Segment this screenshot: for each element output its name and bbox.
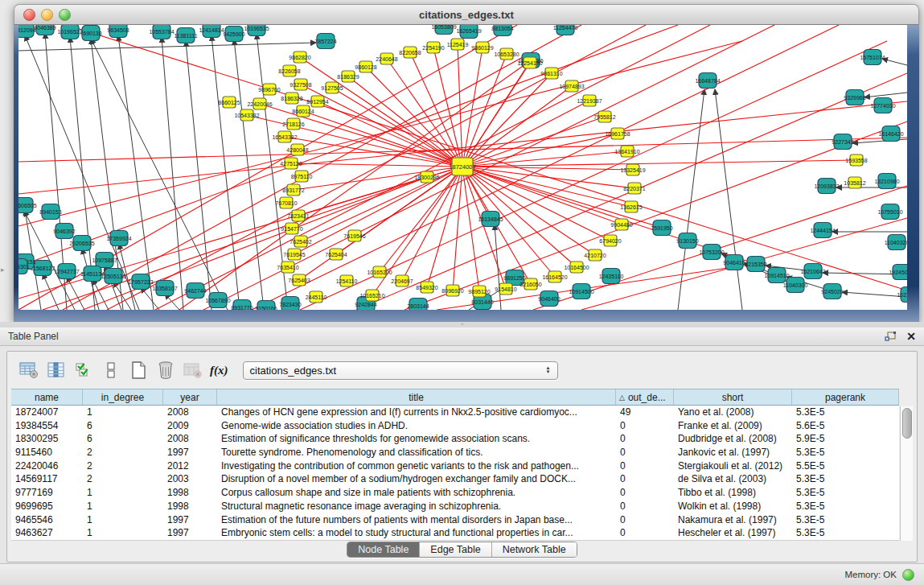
table-cell[interactable]: 9115460 [11,446,83,459]
network-canvas[interactable]: 8812094904638910196522769013896345081055… [18,25,907,310]
table-row[interactable]: 946362711997Embryonic stem cells: a mode… [11,526,899,540]
citation-edge-black[interactable] [18,43,316,51]
table-cell[interactable]: 49 [616,406,674,419]
citation-edge-red[interactable] [18,41,742,226]
table-cell[interactable]: 1 [83,486,163,500]
zoom-window-button[interactable] [59,9,71,21]
table-cell[interactable]: Stergiakouli et al. (2012) [674,459,792,473]
table-row[interactable]: 1872400712008Changes of HCN gene express… [11,406,899,419]
citation-edge-red[interactable] [318,101,462,167]
function-builder-icon[interactable]: f(x) [210,364,228,377]
table-cell[interactable]: 5.6E-5 [792,419,899,433]
table-cell[interactable]: Genome-wide association studies in ADHD. [217,419,616,433]
table-cell[interactable]: 0 [616,446,674,459]
table-cell[interactable]: 2009 [163,419,217,433]
table-row[interactable]: 1456911722003Disruption of a novel membe… [11,472,899,486]
delete-column-icon[interactable] [154,359,178,381]
tab-edge-table[interactable]: Edge Table [420,542,491,557]
table-cell[interactable]: 9699695 [11,500,83,513]
table-cell[interactable]: Tibbo et al. (1998) [674,486,792,500]
table-cell[interactable]: 2 [83,446,163,459]
citation-edge-red[interactable] [427,167,462,287]
table-cell[interactable]: Tourette syndrome. Phenomenology and cla… [217,446,616,459]
citation-edge-red[interactable] [402,167,462,281]
table-cell[interactable]: Estimation of the future numbers of pati… [217,513,616,527]
table-cell[interactable]: Estimation of significance thresholds fo… [217,432,616,446]
table-selector-dropdown[interactable]: citations_edges.txt ▲▼ [243,361,558,380]
table-cell[interactable]: Yano et al. (2008) [674,406,792,419]
table-row[interactable]: 969969511998Structural magnetic resonanc… [11,500,899,513]
citation-edge-black[interactable] [118,35,154,310]
table-cell[interactable]: Hescheler et al. (1997) [674,526,792,540]
table-cell[interactable]: 1 [83,526,163,540]
citation-edge-red[interactable] [462,167,634,188]
column-header-in_degree[interactable]: in_degree [83,389,163,405]
table-cell[interactable]: 1997 [163,513,217,527]
table-cell[interactable]: Jankovic et al. (1997) [674,446,792,459]
new-column-icon[interactable] [126,359,150,381]
citation-edge-red[interactable] [462,167,595,255]
table-row[interactable]: 1938455462009Genome-wide association stu… [11,419,899,433]
table-cell[interactable]: 0 [616,432,674,446]
column-header-year[interactable]: year [163,389,217,405]
tab-node-table[interactable]: Node Table [347,542,420,557]
table-cell[interactable]: de Silva et al. (2003) [674,472,792,486]
table-cell[interactable]: 0 [616,513,674,527]
table-cell[interactable]: Investigating the contribution of common… [217,459,616,473]
table-cell[interactable]: 0 [616,500,674,513]
float-panel-icon[interactable] [885,332,897,342]
table-cell[interactable]: 5.3E-5 [792,406,899,419]
table-cell[interactable]: 1997 [163,526,217,540]
column-header-short[interactable]: short [674,389,792,405]
citation-edge-red[interactable] [303,111,462,167]
table-cell[interactable]: Structural magnetic resonance image aver… [217,500,616,513]
table-cell[interactable]: 5.3E-5 [792,500,899,513]
citation-edge-red[interactable] [462,134,618,167]
citation-edge-red[interactable] [462,60,531,167]
minimize-window-button[interactable] [41,9,53,21]
table-cell[interactable]: 5.3E-5 [792,446,899,459]
table-cell[interactable]: 2008 [163,406,217,419]
close-panel-icon[interactable]: ✕ [906,332,916,342]
table-cell[interactable]: Corpus callosum shape and size in male p… [217,486,616,500]
column-select-icon[interactable] [44,359,68,381]
table-settings-icon[interactable] [17,359,41,381]
apply-checks-icon[interactable] [72,359,96,381]
citation-edge-black[interactable] [715,89,742,310]
table-cell[interactable]: 5.5E-5 [792,459,899,473]
table-cell[interactable]: 5.9E-5 [792,432,899,446]
citation-edge-black[interactable] [678,89,704,310]
citation-edge-red[interactable] [462,167,631,207]
column-header-out_de[interactable]: △out_de... [616,389,674,405]
table-cell[interactable]: 14569117 [11,472,83,486]
citation-edge-black[interactable] [234,39,264,310]
citation-edge-red[interactable] [462,54,507,167]
table-cell[interactable]: 2 [83,459,163,473]
table-row[interactable]: 1830029562008Estimation of significance … [11,432,899,446]
row-options-icon[interactable] [99,359,123,381]
table-row[interactable]: 946554611997Estimation of the future num… [11,513,899,527]
table-cell[interactable]: Dudbridge et al. (2008) [674,432,792,446]
table-cell[interactable]: 0 [616,459,674,473]
table-cell[interactable]: 1998 [163,486,217,500]
window-titlebar[interactable]: citations_edges.txt [14,4,919,25]
table-cell[interactable]: 5.3E-5 [792,472,899,486]
table-cell[interactable]: 9777169 [11,486,83,500]
citation-edge-black[interactable] [864,93,907,97]
table-cell[interactable]: 1998 [163,500,217,513]
panel-collapse-arrow[interactable]: ▸ [1,266,5,274]
table-row[interactable]: 977716911998Corpus callosum shape and si… [11,486,899,500]
table-cell[interactable]: 0 [616,472,674,486]
citation-edge-black[interactable] [162,37,183,310]
table-cell[interactable]: 1 [83,513,163,527]
column-header-name[interactable]: name [11,389,83,405]
table-cell[interactable]: 6 [83,432,163,446]
tab-network-table[interactable]: Network Table [492,542,577,557]
table-cell[interactable]: 2012 [163,459,217,473]
scrollbar-thumb[interactable] [902,408,912,439]
table-cell[interactable]: 5.3E-5 [792,486,899,500]
table-row[interactable]: 2242004622012Investigating the contribut… [11,459,899,473]
table-cell[interactable]: 6 [83,419,163,433]
citation-edge-red[interactable] [300,57,462,167]
table-cell[interactable]: 1 [83,500,163,513]
